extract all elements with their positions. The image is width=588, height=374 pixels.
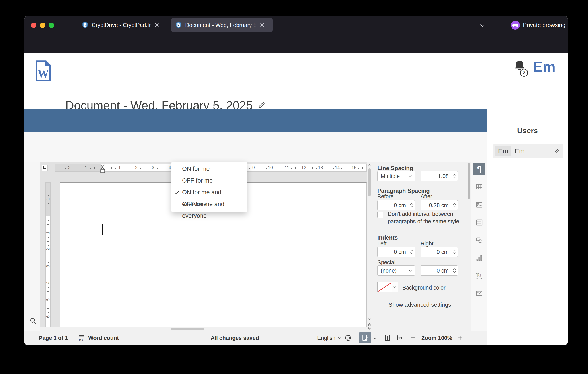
panel-scrollbar-thumb[interactable] [468, 163, 470, 199]
background-color-swatch[interactable] [377, 282, 392, 292]
chevron-down-icon[interactable] [373, 336, 377, 340]
menu-item-on-for-everyone[interactable]: ON for me and everyone [171, 187, 247, 198]
vertical-ruler[interactable]: 1123456 [45, 182, 51, 327]
header-footer-settings-tab[interactable] [473, 216, 485, 229]
word-document-icon: W [35, 60, 51, 82]
show-advanced-settings-link[interactable]: Show advanced settings [372, 301, 467, 308]
envelope-icon [475, 289, 483, 297]
close-tab-icon[interactable] [259, 22, 265, 28]
line-spacing-value-spinner[interactable]: 1.08 [420, 171, 458, 181]
mail-merge-tab[interactable] [473, 287, 485, 300]
shape-settings-tab[interactable] [473, 234, 485, 246]
word-count-icon[interactable]: 123 [78, 334, 85, 342]
menu-item-off-for-everyone[interactable]: OFF for me and everyone [171, 198, 247, 210]
tab-title: Document - Wed, February 5, 2025 [185, 22, 256, 28]
user-name: Em [515, 144, 525, 158]
special-value-spinner[interactable]: 0 cm [420, 265, 458, 276]
interval-checkbox-label: Don't add interval between paragraphs of… [388, 210, 461, 225]
page-indicator[interactable]: Page 1 of 1 [39, 331, 68, 345]
background-color-label: Background color [402, 284, 446, 291]
next-page-icon[interactable] [368, 327, 371, 330]
horizontal-scrollbar[interactable] [40, 327, 367, 331]
line-spacing-select[interactable]: Multiple [377, 171, 415, 181]
status-bar: Page 1 of 1 123 Word count All changes s… [24, 331, 487, 345]
changes-saved-status: All changes saved [197, 331, 273, 345]
cryptpad-favicon [82, 21, 89, 29]
indents-label: Indents [377, 234, 398, 241]
before-label: Before [377, 193, 394, 200]
shape-icon [475, 236, 483, 244]
chevron-down-icon[interactable] [337, 336, 342, 340]
scroll-up-icon[interactable] [368, 163, 371, 167]
zoom-in-icon[interactable] [457, 334, 463, 341]
account-avatar[interactable]: Em [533, 59, 556, 75]
right-tool-sidebar: ¶ Ta [471, 162, 487, 331]
notification-badge: 2 [520, 69, 528, 77]
track-changes-menu: ON for me OFF for me ON for me and every… [171, 162, 247, 212]
spinner-arrows-icon [452, 173, 457, 179]
close-tab-icon[interactable] [154, 22, 160, 28]
cryptpad-header: W Document - Wed, February 5, 2025 Saved… [24, 53, 568, 109]
chevron-down-icon [408, 269, 412, 273]
text-art-icon: Ta [475, 272, 483, 280]
fit-width-icon[interactable] [397, 334, 404, 342]
globe-icon[interactable] [344, 334, 352, 342]
maximize-window-button[interactable] [49, 23, 54, 28]
zoom-out-icon[interactable] [410, 334, 416, 341]
special-select[interactable]: (none) [377, 265, 415, 276]
user-list-item[interactable]: Em Em [493, 144, 563, 158]
tab-stop-selector[interactable] [42, 165, 48, 171]
browser-window: CryptDrive - CryptPad.fr Document - Wed,… [24, 16, 568, 345]
browser-tab-bar: CryptDrive - CryptPad.fr Document - Wed,… [24, 16, 568, 34]
interval-checkbox[interactable] [377, 212, 383, 218]
cryptpad-favicon [175, 21, 182, 29]
text-cursor [102, 224, 103, 235]
fit-page-icon[interactable] [384, 334, 391, 342]
list-tabs-chevron-icon[interactable] [479, 22, 486, 29]
edit-user-pencil-icon[interactable] [554, 148, 560, 154]
paragraph-settings-tab[interactable]: ¶ [473, 163, 485, 176]
menu-item-off-for-me[interactable]: OFF for me [171, 175, 247, 187]
line-spacing-label: Line Spacing [377, 165, 413, 172]
image-settings-tab[interactable] [473, 198, 485, 211]
collaboration-ribbon: Co-editing Mode AddComment Remove Resolv… [24, 133, 487, 162]
menu-item-on-for-me[interactable]: ON for me [171, 163, 247, 175]
search-icon[interactable] [29, 317, 37, 325]
special-label: Special [377, 259, 396, 266]
scrollbar-thumb[interactable] [368, 168, 371, 196]
indent-right-spinner[interactable]: 0 cm [420, 247, 458, 257]
private-browsing-icon [511, 21, 520, 30]
spacing-before-spinner[interactable]: 0 cm [377, 200, 415, 210]
close-window-button[interactable] [31, 23, 36, 28]
previous-page-icon[interactable] [368, 322, 371, 326]
new-tab-button[interactable] [278, 21, 286, 29]
language-selector[interactable]: English [317, 331, 336, 345]
indent-left-label: Left [377, 240, 387, 247]
table-settings-tab[interactable] [473, 181, 485, 193]
browser-tab-cryptdrive[interactable]: CryptDrive - CryptPad.fr [78, 18, 169, 32]
spacing-after-spinner[interactable]: 0.28 cm [420, 200, 458, 210]
users-panel: Users Em Em [487, 109, 568, 345]
text-art-settings-tab[interactable]: Ta [473, 270, 485, 282]
check-icon [174, 190, 180, 195]
indent-left-spinner[interactable]: 0 cm [377, 247, 415, 257]
edit-title-pencil-icon[interactable] [257, 101, 265, 109]
indent-markers[interactable] [100, 164, 105, 175]
track-changes-status-toggle[interactable] [359, 332, 371, 343]
track-changes-icon [361, 334, 369, 342]
vertical-scrollbar[interactable] [367, 162, 372, 331]
chevron-down-icon [408, 174, 412, 179]
scrollbar-thumb[interactable] [171, 328, 204, 330]
left-tool-sidebar [24, 162, 40, 331]
table-icon [475, 183, 483, 191]
scroll-down-icon[interactable] [368, 317, 371, 321]
spinner-arrows-icon [410, 249, 414, 255]
minimize-window-button[interactable] [40, 23, 45, 28]
word-count-label[interactable]: Word count [88, 331, 119, 345]
chart-settings-tab[interactable] [473, 252, 485, 264]
spinner-arrows-icon [452, 249, 457, 255]
background-color-dropdown[interactable] [392, 282, 398, 292]
private-browsing-label: Private browsing [523, 22, 565, 29]
browser-tab-document[interactable]: Document - Wed, February 5, 2025 [171, 18, 273, 32]
zoom-level[interactable]: Zoom 100% [421, 331, 452, 345]
